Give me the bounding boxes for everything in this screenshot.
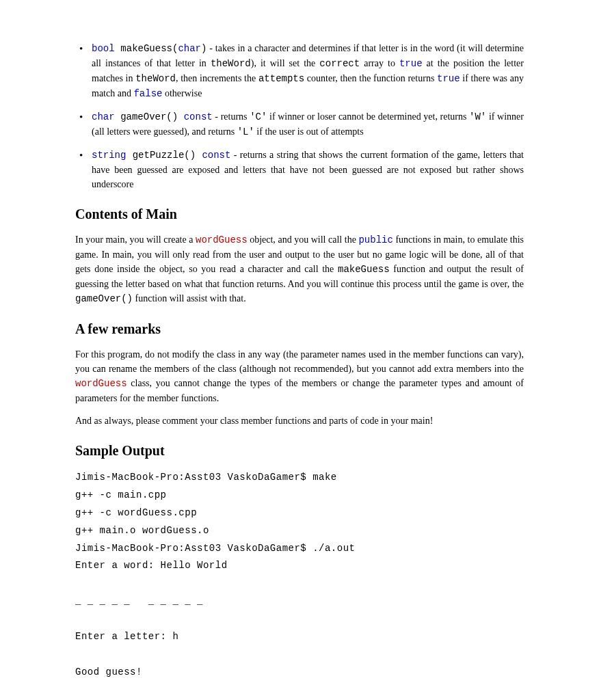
desc-text: ), it will set the xyxy=(251,58,320,68)
function-list: bool makeGuess(char) - takes in a charac… xyxy=(75,41,524,191)
const-keyword: const xyxy=(184,111,213,122)
code-literal: correct xyxy=(319,58,360,69)
bullet-getpuzzle: string getPuzzle() const - returns a str… xyxy=(75,148,524,191)
type-keyword: string xyxy=(92,150,126,161)
class-name: wordGuess xyxy=(196,234,248,245)
desc-text: otherwise xyxy=(162,88,202,98)
type-keyword: char xyxy=(178,43,201,54)
desc-text: if winner or loser cannot be determined … xyxy=(267,111,469,122)
code-literal: 'L' xyxy=(237,126,254,137)
bool-literal: true xyxy=(437,73,460,84)
heading-remarks: A few remarks xyxy=(75,319,524,339)
desc-text: if the user is out of attempts xyxy=(254,126,364,137)
code-literal: makeGuess xyxy=(338,264,390,275)
bool-literal: false xyxy=(133,88,162,99)
bullet-gameover: char gameOver() const - returns 'C' if w… xyxy=(75,109,524,139)
desc-text: array to xyxy=(360,58,399,68)
bool-literal: true xyxy=(399,58,423,69)
desc-text: counter, then the function returns xyxy=(304,73,437,83)
remarks-paragraph-1: For this program, do not modify the clas… xyxy=(75,347,524,405)
code-literal: theWord xyxy=(135,73,176,84)
para-text: In your main, you will create a xyxy=(75,234,196,245)
class-name: wordGuess xyxy=(75,378,127,389)
remarks-paragraph-2: And as always, please comment your class… xyxy=(75,414,524,428)
code-literal: 'C' xyxy=(250,111,267,122)
func-name: gameOver() xyxy=(115,111,184,122)
code-literal: attempts xyxy=(258,73,304,84)
desc-text: - returns xyxy=(213,111,250,122)
sample-output-block: Jimis-MacBook-Pro:Asst03 VaskoDaGamer$ m… xyxy=(75,469,524,700)
para-text: class, you cannot change the types of th… xyxy=(75,378,524,403)
heading-contents-of-main: Contents of Main xyxy=(75,204,524,224)
func-name: makeGuess( xyxy=(115,43,178,54)
desc-text: , then increments the xyxy=(176,73,258,83)
func-name: getPuzzle() xyxy=(126,150,202,161)
main-paragraph: In your main, you will create a wordGues… xyxy=(75,232,524,306)
const-keyword: const xyxy=(202,150,230,161)
type-keyword: char xyxy=(92,111,115,122)
heading-sample-output: Sample Output xyxy=(75,440,524,461)
bullet-makeguess: bool makeGuess(char) - takes in a charac… xyxy=(75,41,524,101)
code-literal: 'W' xyxy=(469,111,486,122)
code-literal: theWord xyxy=(211,58,251,69)
para-text: For this program, do not modify the clas… xyxy=(75,349,524,374)
access-keyword: public xyxy=(358,234,392,245)
para-text: object, and you will call the xyxy=(248,234,359,245)
para-text: function will assist with that. xyxy=(133,293,246,304)
code-literal: gameOver() xyxy=(75,293,133,304)
type-keyword: bool xyxy=(92,43,115,54)
